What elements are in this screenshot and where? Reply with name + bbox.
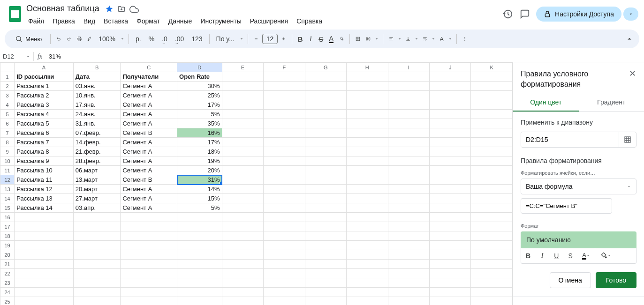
cell[interactable]: [305, 297, 346, 305]
cell[interactable]: [388, 288, 429, 297]
row-header[interactable]: 6: [0, 119, 15, 128]
strikethrough-icon[interactable]: S: [317, 35, 325, 43]
vertical-align-icon[interactable]: [404, 35, 412, 43]
row-header[interactable]: 8: [0, 138, 15, 147]
cell[interactable]: [429, 297, 470, 305]
cell[interactable]: [264, 222, 305, 231]
cell[interactable]: [264, 185, 305, 194]
cell[interactable]: [429, 241, 470, 250]
done-button[interactable]: Готово: [596, 272, 636, 288]
merge-cells-icon[interactable]: [364, 35, 372, 43]
cell[interactable]: [347, 260, 388, 269]
row-header[interactable]: 14: [0, 194, 15, 203]
doc-title[interactable]: Основная таблица: [24, 3, 101, 15]
column-header[interactable]: D: [177, 63, 222, 72]
redo-icon[interactable]: [65, 35, 73, 43]
cell[interactable]: [388, 260, 429, 269]
cell[interactable]: 19%: [177, 156, 222, 166]
cell[interactable]: [471, 222, 513, 231]
cell[interactable]: [73, 278, 121, 288]
cell[interactable]: 14.февр.: [73, 138, 121, 147]
cell[interactable]: [429, 138, 470, 147]
font-select[interactable]: По у...: [213, 33, 237, 45]
row-header[interactable]: 24: [0, 288, 15, 297]
cell[interactable]: [15, 231, 74, 241]
cell[interactable]: [471, 166, 513, 175]
cell[interactable]: Сегмент A: [121, 119, 177, 128]
cell[interactable]: [15, 269, 74, 278]
cell[interactable]: Сегмент A: [121, 156, 177, 166]
cell[interactable]: [305, 278, 346, 288]
cell[interactable]: [471, 147, 513, 156]
cell[interactable]: [388, 231, 429, 241]
decrease-decimals-button[interactable]: .0←: [159, 33, 170, 45]
cell[interactable]: [471, 119, 513, 128]
cell[interactable]: Рассылка 6: [15, 128, 74, 138]
cell[interactable]: [264, 82, 305, 91]
cell[interactable]: Сегмент B: [121, 175, 177, 185]
cell[interactable]: [73, 231, 121, 241]
increase-decimals-button[interactable]: .00→: [172, 33, 187, 45]
spreadsheet-grid[interactable]: ABCDEFGHIJK 1ID рассылкиДатаПолучателиOp…: [0, 62, 513, 305]
cell[interactable]: Сегмент A: [121, 82, 177, 91]
cell[interactable]: [471, 100, 513, 110]
cell[interactable]: [471, 231, 513, 241]
cell[interactable]: [121, 297, 177, 305]
cell[interactable]: [73, 288, 121, 297]
fmt-bold-icon[interactable]: B: [521, 248, 535, 263]
cell[interactable]: [15, 250, 74, 260]
share-button[interactable]: Настройки Доступа: [536, 7, 621, 22]
cell[interactable]: 17.янв.: [73, 100, 121, 110]
cell[interactable]: [347, 203, 388, 213]
cell[interactable]: [305, 175, 346, 185]
cell[interactable]: [15, 278, 74, 288]
cell[interactable]: [264, 297, 305, 305]
cell[interactable]: [388, 185, 429, 194]
cell[interactable]: [429, 231, 470, 241]
cell[interactable]: Получатели: [121, 72, 177, 82]
cell[interactable]: [471, 250, 513, 260]
row-header[interactable]: 5: [0, 110, 15, 119]
cell[interactable]: Сегмент A: [121, 100, 177, 110]
cell[interactable]: [264, 156, 305, 166]
cell[interactable]: [347, 91, 388, 100]
cell[interactable]: [15, 222, 74, 231]
column-header[interactable]: F: [264, 63, 305, 72]
cell[interactable]: [388, 82, 429, 91]
cell[interactable]: [388, 119, 429, 128]
cell[interactable]: Рассылка 3: [15, 100, 74, 110]
cell[interactable]: [222, 175, 263, 185]
cell[interactable]: [73, 250, 121, 260]
cell[interactable]: [347, 166, 388, 175]
cell[interactable]: Дата: [73, 72, 121, 82]
cell[interactable]: [121, 269, 177, 278]
cell[interactable]: Сегмент A: [121, 91, 177, 100]
close-icon[interactable]: ✕: [629, 69, 636, 78]
cell[interactable]: [429, 128, 470, 138]
cell[interactable]: [177, 288, 222, 297]
cell[interactable]: [177, 278, 222, 288]
cell[interactable]: [222, 194, 263, 203]
cell[interactable]: [222, 222, 263, 231]
cell[interactable]: [388, 110, 429, 119]
move-icon[interactable]: [117, 5, 126, 13]
row-header[interactable]: 13: [0, 185, 15, 194]
cell[interactable]: [305, 128, 346, 138]
cell[interactable]: [347, 194, 388, 203]
row-header[interactable]: 16: [0, 213, 15, 222]
cell[interactable]: [429, 147, 470, 156]
cell[interactable]: [73, 213, 121, 222]
formula-bar[interactable]: 31%: [46, 52, 644, 61]
row-header[interactable]: 18: [0, 231, 15, 241]
cell[interactable]: Сегмент B: [121, 128, 177, 138]
cell[interactable]: [347, 278, 388, 288]
row-header[interactable]: 21: [0, 260, 15, 269]
number-format-button[interactable]: 123: [189, 33, 205, 45]
column-header[interactable]: K: [471, 63, 513, 72]
cell[interactable]: [222, 241, 263, 250]
cell[interactable]: Сегмент A: [121, 110, 177, 119]
cell[interactable]: 31%: [177, 175, 222, 185]
cell[interactable]: [15, 241, 74, 250]
cell[interactable]: [347, 100, 388, 110]
menu-view[interactable]: Вид: [80, 15, 99, 27]
